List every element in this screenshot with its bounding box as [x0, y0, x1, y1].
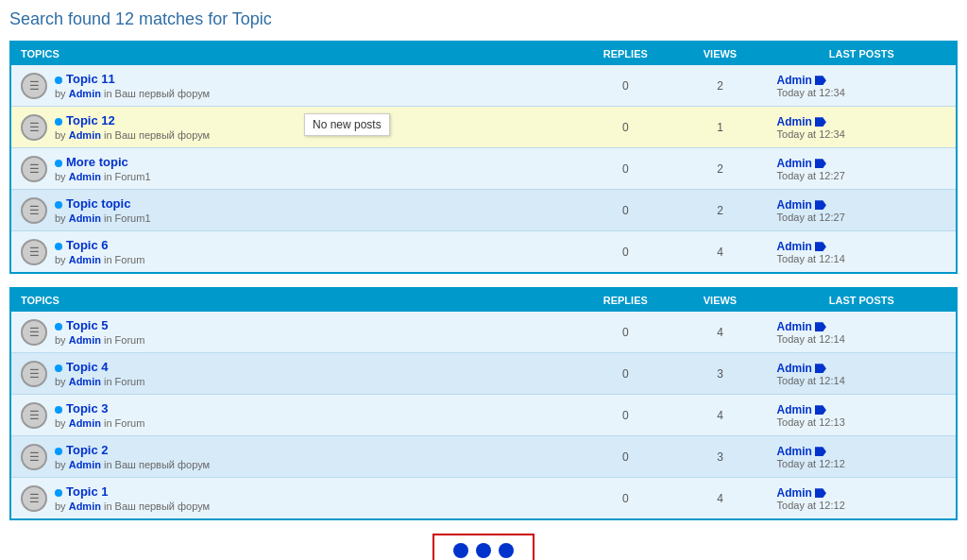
- topic-icon: ☰: [21, 485, 47, 512]
- topic-meta: by Admin in Ваш первый форум: [55, 88, 210, 99]
- pagination-dot-2[interactable]: [476, 543, 491, 558]
- new-dot-icon: [55, 76, 62, 84]
- author-link[interactable]: Admin: [69, 129, 101, 141]
- author-link[interactable]: Admin: [69, 459, 101, 470]
- last-post-cell: AdminToday at 12:27: [768, 190, 957, 231]
- last-post-time: Today at 12:12: [777, 458, 946, 469]
- header-replies-2: REPLIES: [578, 288, 672, 312]
- topic-cell-1-0: ☰Topic 11by Admin in Ваш первый форум: [10, 65, 578, 107]
- topic-icon: ☰: [21, 402, 47, 429]
- last-post-author-link[interactable]: Admin: [777, 486, 812, 500]
- replies-count: 0: [578, 107, 672, 148]
- author-link[interactable]: Admin: [69, 88, 101, 99]
- new-dot-icon: [55, 489, 62, 497]
- topic-title-link[interactable]: More topic: [66, 155, 128, 169]
- topic-title-link[interactable]: Topic 1: [66, 484, 109, 499]
- author-link[interactable]: Admin: [69, 171, 101, 182]
- forum-table-2: TOPICS REPLIES VIEWS LAST POSTS ☰Topic 5…: [9, 287, 958, 520]
- topic-icon: ☰: [21, 239, 47, 265]
- topic-title-link[interactable]: Topic 4: [66, 360, 109, 374]
- views-count: 4: [672, 231, 767, 274]
- header-lastposts-2: LAST POSTS: [768, 288, 957, 312]
- last-post-cell: AdminToday at 12:12: [768, 478, 957, 520]
- last-post-time: Today at 12:34: [777, 87, 946, 98]
- last-post-arrow-icon: [815, 117, 826, 127]
- replies-count: 0: [578, 231, 672, 274]
- views-count: 4: [672, 312, 767, 353]
- replies-count: 0: [578, 353, 672, 395]
- replies-count: 0: [578, 478, 672, 520]
- new-dot-icon: [55, 323, 62, 331]
- pagination-box[interactable]: [433, 534, 534, 560]
- views-count: 4: [672, 478, 767, 520]
- views-count: 2: [672, 148, 767, 190]
- topic-title-link[interactable]: Topic 11: [66, 72, 115, 86]
- topic-cell-1-3: ☰Topic topicby Admin in Forum1: [10, 190, 578, 231]
- topic-meta: by Admin in Forum: [55, 417, 144, 429]
- topic-title-link[interactable]: Topic topic: [66, 196, 130, 211]
- header-lastposts-1: LAST POSTS: [768, 42, 957, 65]
- header-replies-1: REPLIES: [578, 42, 672, 65]
- pagination-dot-3[interactable]: [499, 543, 514, 558]
- author-link[interactable]: Admin: [69, 376, 101, 387]
- new-dot-icon: [55, 160, 62, 167]
- last-post-author-link[interactable]: Admin: [777, 74, 812, 87]
- last-post-author-link[interactable]: Admin: [777, 198, 812, 212]
- last-post-time: Today at 12:12: [777, 500, 946, 511]
- topic-cell-2-4: ☰Topic 1by Admin in Ваш первый форум: [10, 478, 578, 520]
- last-post-cell: AdminToday at 12:27: [768, 148, 957, 190]
- new-dot-icon: [55, 448, 62, 455]
- last-post-cell: AdminToday at 12:12: [768, 436, 957, 478]
- author-link[interactable]: Admin: [69, 334, 101, 346]
- views-count: 2: [672, 190, 767, 231]
- topic-icon: ☰: [21, 319, 47, 346]
- last-post-cell: AdminToday at 12:14: [768, 231, 957, 274]
- topic-title-link[interactable]: Topic 6: [66, 238, 109, 252]
- topic-cell-2-3: ☰Topic 2by Admin in Ваш первый форум: [10, 436, 578, 478]
- last-post-arrow-icon: [815, 405, 826, 415]
- topic-cell-2-0: ☰Topic 5by Admin in Forum: [10, 312, 578, 353]
- topic-meta: by Admin in Forum: [55, 334, 144, 346]
- last-post-author-link[interactable]: Admin: [777, 157, 812, 170]
- last-post-author-link[interactable]: Admin: [777, 362, 812, 375]
- last-post-author-link[interactable]: Admin: [777, 320, 812, 333]
- last-post-author-link[interactable]: Admin: [777, 445, 812, 458]
- last-post-time: Today at 12:27: [777, 170, 946, 181]
- replies-count: 0: [578, 148, 672, 190]
- pagination-dot-1[interactable]: [453, 543, 468, 558]
- last-post-cell: AdminToday at 12:14: [768, 312, 957, 353]
- last-post-arrow-icon: [815, 488, 826, 498]
- new-dot-icon: [55, 406, 62, 414]
- topic-icon: ☰: [21, 361, 47, 387]
- last-post-author-link[interactable]: Admin: [777, 115, 812, 128]
- topic-icon: ☰: [21, 114, 47, 141]
- author-link[interactable]: Admin: [69, 417, 101, 429]
- topic-meta: by Admin in Ваш первый форум: [55, 129, 210, 141]
- last-post-time: Today at 12:13: [777, 416, 946, 428]
- topic-icon: ☰: [21, 73, 47, 99]
- last-post-author-link[interactable]: Admin: [777, 403, 812, 416]
- last-post-cell: AdminToday at 12:34: [768, 107, 957, 148]
- last-post-time: Today at 12:34: [777, 128, 946, 140]
- header-views-1: VIEWS: [672, 42, 767, 65]
- new-dot-icon: [55, 365, 62, 372]
- new-dot-icon: [55, 243, 62, 250]
- last-post-cell: AdminToday at 12:13: [768, 395, 957, 436]
- forum-table-1: TOPICS REPLIES VIEWS LAST POSTS ☰Topic 1…: [9, 41, 958, 274]
- last-post-arrow-icon: [815, 200, 826, 210]
- author-link[interactable]: Admin: [69, 501, 101, 512]
- last-post-time: Today at 12:14: [777, 375, 946, 386]
- topic-title-link[interactable]: Topic 12: [66, 113, 115, 127]
- views-count: 1: [672, 107, 767, 148]
- topic-title-link[interactable]: Topic 3: [66, 401, 109, 416]
- last-post-author-link[interactable]: Admin: [777, 240, 812, 253]
- topic-meta: by Admin in Forum: [55, 376, 144, 387]
- topic-title-link[interactable]: Topic 5: [66, 318, 109, 332]
- views-count: 4: [672, 395, 767, 436]
- author-link[interactable]: Admin: [69, 212, 101, 224]
- author-link[interactable]: Admin: [69, 254, 101, 265]
- no-new-posts-tooltip: No new posts: [304, 113, 390, 136]
- topic-icon: ☰: [21, 197, 47, 224]
- last-post-time: Today at 12:14: [777, 253, 946, 264]
- topic-title-link[interactable]: Topic 2: [66, 443, 109, 457]
